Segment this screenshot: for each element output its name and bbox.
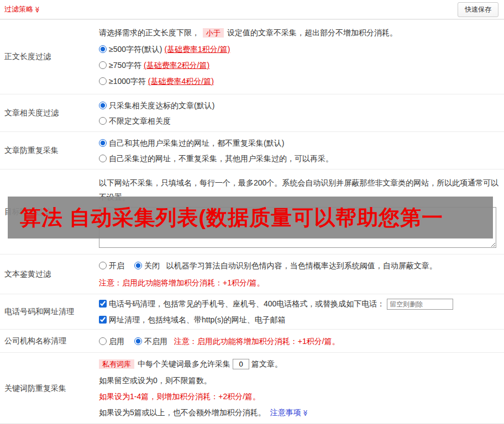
radio-option-1000: ≥1000字符(基础费率4积分/篇) <box>99 76 500 87</box>
keyword-limit-note-3: 如果设为5篇或以上，也不会额外增加积分消耗。注意事项≫ <box>99 407 500 418</box>
row-company-name-cleanup: 公司机构名称清理 启用 不启用 注意：启用此功能将增加积分消耗：+1积分/篇。 <box>0 329 504 352</box>
radio-porn-off[interactable]: 关闭 <box>134 261 160 270</box>
checkbox-phone-cleanup[interactable]: 电话号码清理，包括常见的手机号、座机号、400电话格式，或替换成如下电话： <box>99 299 385 308</box>
radio-500-chars[interactable] <box>99 45 107 53</box>
row-porn-filter: 文本鉴黄过滤 开启 关闭 以机器学习算法自动识别色情内容，当色情概率达到系统阈值… <box>0 254 504 294</box>
row-label: 文章相关度过滤 <box>0 94 97 131</box>
rate-note: (基础费率1积分/篇) <box>164 45 230 54</box>
rate-note: (基础费率2积分/篇) <box>144 61 209 70</box>
top-bar: 过滤策略≫ 快速保存 <box>0 0 504 19</box>
row-label: 文章防重复采集 <box>0 132 97 169</box>
radio-company-on[interactable]: 启用 <box>99 337 124 346</box>
replacement-phone-input[interactable] <box>387 299 453 310</box>
watermark-overlay-banner: 算法 自动采集列表(数据质量可以帮助您第一 <box>8 197 493 239</box>
row-relevance-filter: 文章相关度过滤 只采集相关度达标的文章(默认) 不限定文章相关度 <box>0 94 504 131</box>
keyword-limit-note-1: 如果留空或设为0，则不限篇数。 <box>99 375 500 386</box>
row-label: 电话号码和网址清理 <box>0 294 97 329</box>
row-body-length-filter: 正文长度过滤 请选择需求的正文长度下限，小于设定值的文章不采集，超出部分不增加积… <box>0 19 504 94</box>
row-dedup-collection: 文章防重复采集 自己和其他用户采集过的网址，都不重复采集(默认) 自己采集过的网… <box>0 131 504 169</box>
body-length-description: 请选择需求的正文长度下限，小于设定值的文章不采集，超出部分不增加积分消耗。 <box>99 27 500 39</box>
radio-dedup-self-only[interactable]: 自己采集过的网址，不重复采集，其他用户采集过的，可以再采。 <box>99 154 333 163</box>
row-label: 文本鉴黄过滤 <box>0 255 97 294</box>
less-than-tag: 小于 <box>203 28 224 38</box>
keyword-limit-line: 私有词库中每个关键词最多允许采集篇文章。 <box>99 358 500 370</box>
row-phone-url-cleanup: 电话号码和网址清理 电话号码清理，包括常见的手机号、座机号、400电话格式，或替… <box>0 294 504 329</box>
radio-relevance-any[interactable]: 不限定文章相关度 <box>99 116 171 125</box>
quick-save-button[interactable]: 快速保存 <box>458 2 498 17</box>
row-label: 公司机构名称清理 <box>0 330 97 352</box>
row-label: 关键词防重复采集 <box>0 353 97 424</box>
checkbox-url-cleanup[interactable]: 网址清理，包括纯域名、带http(s)的网址、电子邮箱 <box>99 315 286 324</box>
radio-750-chars[interactable] <box>99 61 107 69</box>
porn-filter-description: 以机器学习算法自动识别色情内容，当色情概率达到系统阈值，自动屏蔽文章。 <box>166 261 437 270</box>
chevron-down-icon: ≫ <box>34 7 41 13</box>
private-lexicon-tag: 私有词库 <box>99 359 134 369</box>
company-cleanup-cost-note: 注意：启用此功能将增加积分消耗：+1积分/篇。 <box>174 337 340 346</box>
porn-filter-cost-note: 注意：启用此功能将增加积分消耗：+1积分/篇。 <box>99 277 500 288</box>
radio-dedup-all-users[interactable]: 自己和其他用户采集过的网址，都不重复采集(默认) <box>99 139 284 147</box>
radio-option-750: ≥750字符(基础费率2积分/篇) <box>99 60 500 71</box>
keyword-limit-note-2: 如果设为1-4篇，则增加积分消耗：+2积分/篇。 <box>99 391 500 402</box>
row-keyword-dedup-limit: 关键词防重复采集 私有词库中每个关键词最多允许采集篇文章。 如果留空或设为0，则… <box>0 352 504 424</box>
radio-relevance-strict[interactable]: 只采集相关度达标的文章(默认) <box>99 101 214 110</box>
radio-porn-on[interactable]: 开启 <box>99 261 124 270</box>
page-title[interactable]: 过滤策略≫ <box>4 4 41 14</box>
radio-company-off[interactable]: 不启用 <box>134 337 167 346</box>
rate-note: (基础费率4积分/篇) <box>148 77 214 86</box>
chevron-down-icon: ≫ <box>300 410 311 416</box>
radio-option-500: ≥500字符(默认)(基础费率1积分/篇) <box>99 44 500 55</box>
filter-strategy-page: 过滤策略≫ 快速保存 正文长度过滤 请选择需求的正文长度下限，小于设定值的文章不… <box>0 0 504 424</box>
radio-1000-chars[interactable] <box>99 77 107 85</box>
notes-link[interactable]: 注意事项≫ <box>270 408 309 417</box>
row-label: 正文长度过滤 <box>0 20 97 94</box>
keyword-limit-input[interactable] <box>233 359 249 369</box>
